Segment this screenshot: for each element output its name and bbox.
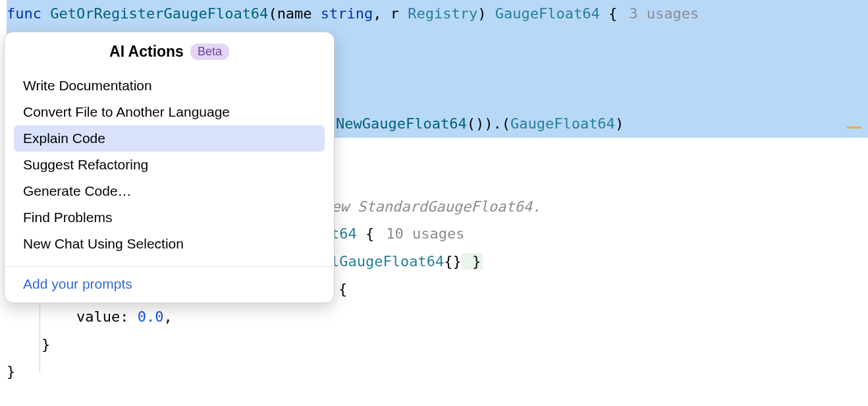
action-convert-file[interactable]: Convert File to Another Language	[14, 99, 325, 125]
usages-hint[interactable]: 3 usages	[629, 5, 699, 22]
popup-items: Write Documentation Convert File to Anot…	[5, 70, 334, 264]
call-parens: ()).(	[467, 115, 510, 132]
code-line-14[interactable]: }	[7, 358, 868, 386]
popup-title: AI Actions	[109, 43, 184, 61]
scroll-marker[interactable]	[847, 127, 861, 129]
action-explain-code[interactable]: Explain Code	[14, 125, 325, 152]
close-paren: )	[615, 115, 624, 132]
param-name: name	[277, 5, 321, 22]
comma: ,	[373, 5, 391, 22]
paren-close: )	[477, 5, 495, 22]
action-write-documentation[interactable]: Write Documentation	[14, 72, 325, 99]
function-name: GetOrRegisterGaugeFloat64	[50, 5, 268, 22]
param-r: r	[391, 5, 408, 22]
usages-hint-2[interactable]: 10 usages	[386, 225, 464, 242]
return-type: GaugeFloat64	[495, 5, 600, 22]
brace-open: {	[600, 5, 618, 22]
code-line-12[interactable]: value: 0.0,	[7, 303, 868, 331]
popup-footer: Add your prompts	[5, 270, 334, 303]
beta-badge: Beta	[190, 44, 229, 60]
field-value: value:	[7, 308, 138, 325]
comment: new StandardGaugeFloat64.	[323, 198, 541, 215]
action-find-problems[interactable]: Find Problems	[14, 204, 325, 231]
brace-open: {	[357, 225, 375, 242]
type-name-l: lGaugeFloat64	[331, 253, 444, 270]
type-assert: GaugeFloat64	[510, 115, 615, 132]
action-suggest-refactoring[interactable]: Suggest Refactoring	[14, 152, 325, 178]
add-your-prompts-link[interactable]: Add your prompts	[23, 276, 132, 291]
brace-close: }	[7, 336, 50, 353]
popup-divider	[5, 266, 334, 267]
number-literal: 0.0	[138, 308, 164, 325]
action-generate-code[interactable]: Generate Code…	[14, 178, 325, 204]
brace-open-2: {	[339, 281, 347, 297]
paren-open: (	[268, 5, 277, 22]
code-line-13[interactable]: }	[7, 331, 868, 359]
keyword-func: func	[7, 5, 50, 22]
param-type-string: string	[321, 5, 373, 22]
code-line-1[interactable]: func GetOrRegisterGaugeFloat64(name stri…	[7, 0, 868, 28]
call-new-gauge: NewGaugeFloat64	[336, 115, 467, 132]
comma-2: ,	[163, 308, 172, 325]
struct-init: {}	[444, 253, 462, 270]
close-brace-hl: }	[462, 253, 483, 270]
brace-close-2: }	[7, 363, 15, 380]
ai-actions-popup: AI Actions Beta Write Documentation Conv…	[4, 32, 335, 303]
param-type-registry: Registry	[408, 5, 477, 22]
action-new-chat[interactable]: New Chat Using Selection	[14, 231, 325, 257]
popup-header: AI Actions Beta	[5, 32, 334, 70]
